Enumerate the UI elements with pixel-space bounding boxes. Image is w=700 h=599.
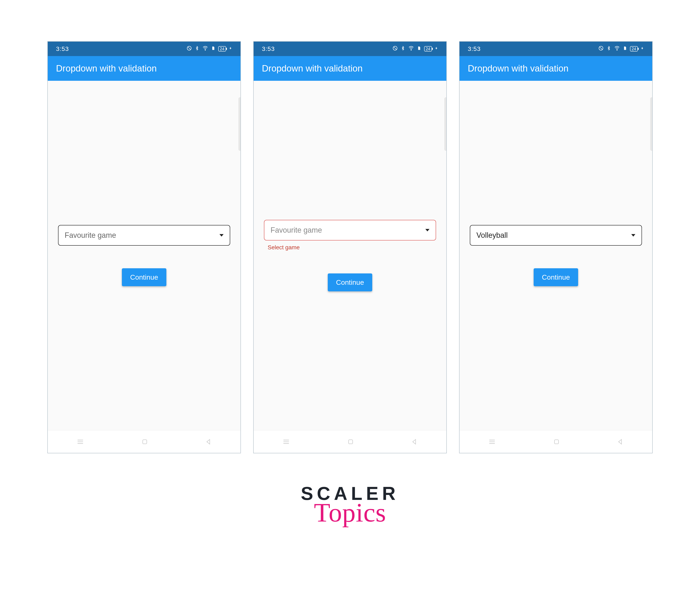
svg-rect-2 [143, 440, 147, 444]
svg-point-7 [617, 50, 617, 50]
battery-icon: 24 [630, 46, 638, 51]
phone-screen-1: 3:53 24 [47, 41, 241, 453]
favourite-game-dropdown[interactable]: Volleyball [470, 225, 642, 246]
wifi-icon [614, 46, 620, 52]
phone-screen-2: 3:53 24 [253, 41, 447, 453]
bluetooth-icon [401, 46, 405, 52]
app-bar: Dropdown with validation [459, 56, 652, 81]
app-bar: Dropdown with validation [254, 56, 446, 81]
status-bar: 3:53 24 [254, 42, 446, 56]
continue-button[interactable]: Continue [122, 268, 166, 286]
dropdown-value: Volleyball [476, 231, 508, 240]
chevron-down-icon [425, 229, 429, 232]
svg-point-4 [411, 50, 411, 50]
android-nav-bar [48, 430, 241, 453]
continue-button[interactable]: Continue [534, 268, 578, 286]
back-icon[interactable] [205, 438, 212, 445]
svg-rect-5 [349, 440, 353, 444]
wifi-icon [408, 46, 414, 52]
dropdown-field: Volleyball [470, 225, 642, 246]
continue-button[interactable]: Continue [328, 273, 372, 291]
sim-icon [211, 46, 215, 52]
phones-row: 3:53 24 [0, 0, 700, 453]
android-nav-bar [254, 430, 446, 453]
phone-body: Favourite game Select game Continue [254, 81, 446, 430]
phone-screen-3: 3:53 24 [459, 41, 653, 453]
dropdown-value: Favourite game [65, 231, 116, 240]
back-icon[interactable] [411, 438, 418, 445]
dnd-icon [598, 46, 604, 52]
phone-body: Favourite game Continue [48, 81, 241, 430]
home-icon[interactable] [553, 438, 560, 445]
scroll-indicator[interactable] [239, 97, 241, 151]
status-time: 3:53 [56, 45, 69, 52]
brand-line-2: Topics [0, 499, 700, 526]
charging-bolt-icon [641, 46, 644, 52]
chevron-down-icon [631, 234, 635, 237]
back-icon[interactable] [617, 438, 624, 445]
app-bar-title: Dropdown with validation [56, 63, 157, 74]
app-bar-title: Dropdown with validation [468, 63, 569, 74]
dropdown-value: Favourite game [271, 226, 322, 235]
favourite-game-dropdown[interactable]: Favourite game [58, 225, 230, 246]
status-icons: 24 [393, 46, 438, 52]
favourite-game-dropdown[interactable]: Favourite game [264, 220, 436, 240]
home-icon[interactable] [141, 438, 148, 445]
android-nav-bar [459, 430, 652, 453]
recents-icon[interactable] [488, 438, 496, 446]
sim-icon [417, 46, 421, 52]
wifi-icon [202, 46, 208, 52]
dropdown-field: Favourite game Select game [264, 220, 436, 251]
svg-rect-8 [554, 440, 558, 444]
dropdown-field: Favourite game [58, 225, 230, 246]
status-bar: 3:53 24 [459, 42, 652, 56]
status-time: 3:53 [262, 45, 275, 52]
home-icon[interactable] [347, 438, 354, 445]
app-bar: Dropdown with validation [48, 56, 241, 81]
scaler-topics-logo: SCALER Topics [0, 484, 700, 526]
sim-icon [623, 46, 627, 52]
status-time: 3:53 [468, 45, 480, 52]
bluetooth-icon [195, 46, 199, 52]
phone-body: Volleyball Continue [459, 81, 652, 430]
recents-icon[interactable] [282, 438, 290, 446]
svg-point-1 [205, 50, 205, 50]
status-icons: 24 [186, 46, 232, 52]
recents-icon[interactable] [76, 438, 84, 446]
status-bar: 3:53 24 [48, 42, 241, 56]
battery-level: 24 [220, 47, 224, 51]
battery-level: 24 [632, 47, 636, 51]
charging-bolt-icon [435, 46, 438, 52]
app-bar-title: Dropdown with validation [262, 63, 362, 74]
charging-bolt-icon [229, 46, 232, 52]
bluetooth-icon [606, 46, 611, 52]
chevron-down-icon [220, 234, 224, 237]
battery-level: 24 [426, 47, 430, 51]
battery-icon: 24 [424, 46, 432, 51]
status-icons: 24 [598, 46, 644, 52]
dnd-icon [393, 46, 398, 52]
scroll-indicator[interactable] [650, 97, 652, 151]
dnd-icon [186, 46, 192, 52]
battery-icon: 24 [218, 46, 226, 51]
validation-error-text: Select game [268, 244, 436, 251]
scroll-indicator[interactable] [444, 97, 446, 151]
